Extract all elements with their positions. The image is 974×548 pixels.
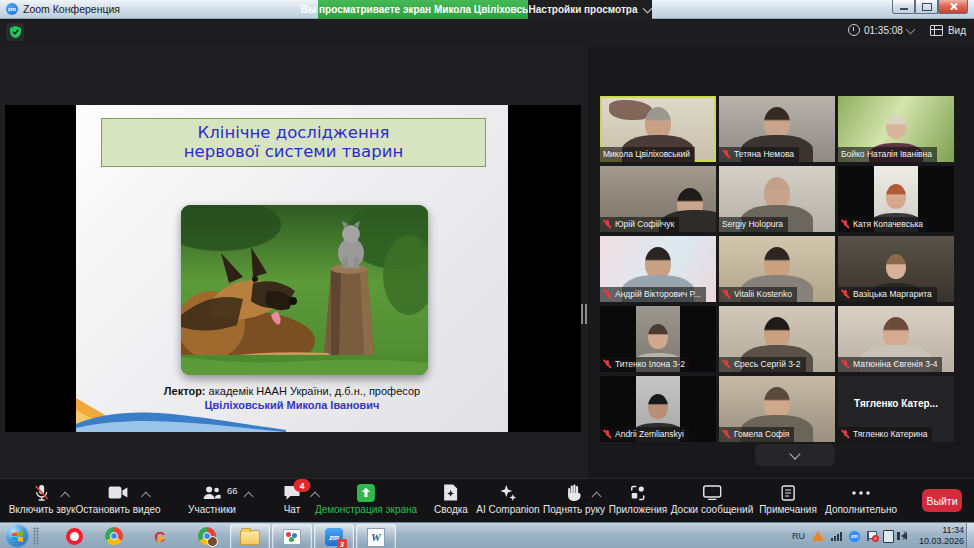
participant-nametag: Єресь Сергій 3-2: [719, 357, 806, 372]
participant-tile[interactable]: Гомела Софія: [719, 376, 835, 442]
participant-tile[interactable]: Єресь Сергій 3-2: [719, 306, 835, 372]
tray-alert-icon[interactable]: [812, 531, 824, 541]
participant-tile[interactable]: Катя Копачевська: [838, 166, 954, 232]
windows-logo-icon: [11, 530, 24, 543]
summary-button[interactable]: Сводка: [434, 483, 468, 515]
meeting-timer: 01:35:08: [848, 24, 914, 36]
participant-nametag: Микола Цвіліховський: [600, 147, 695, 162]
participant-tile[interactable]: Андрій Вікторович Р...: [600, 236, 716, 302]
chat-unread-badge: 4: [294, 479, 311, 492]
chevron-down-icon: [643, 3, 653, 13]
participant-nametag: Юрій Софійчук: [600, 217, 679, 232]
view-options-dropdown[interactable]: Настройки просмотра: [528, 0, 652, 19]
action-center-flag-icon[interactable]: x: [867, 531, 876, 541]
chat-button[interactable]: 4 Чат: [284, 483, 301, 515]
volume-icon[interactable]: [901, 532, 907, 540]
window-title: Zoom Конференция: [23, 3, 120, 15]
grid-view-icon: [930, 25, 943, 36]
taskbar-zoom-button[interactable]: zm3: [314, 524, 354, 548]
muted-mic-icon: [841, 359, 850, 369]
notes-icon: [781, 485, 795, 501]
share-screen-button[interactable]: Демонстрация экрана: [315, 483, 417, 515]
participant-name: Гомела Софія: [734, 429, 789, 439]
muted-mic-icon: [841, 289, 850, 299]
participant-tile[interactable]: Микола Цвіліховський: [600, 96, 716, 162]
participant-tile[interactable]: Титенко Ілона 3-2: [600, 306, 716, 372]
start-button[interactable]: [5, 524, 29, 548]
minimize-button[interactable]: [892, 0, 915, 14]
slide-footer-decoration: [76, 390, 286, 432]
whiteboards-button[interactable]: Доски сообщений: [671, 483, 754, 515]
network-signal-icon[interactable]: [831, 532, 842, 541]
participant-tile[interactable]: Вазіцька Маргарита: [838, 236, 954, 302]
participant-tile[interactable]: Тетяна Немова: [719, 96, 835, 162]
language-indicator[interactable]: RU: [792, 531, 805, 541]
taskbar-explorer-button[interactable]: [230, 524, 270, 548]
apps-button[interactable]: Приложения: [609, 483, 668, 515]
panel-resize-handle[interactable]: [581, 304, 588, 324]
leave-meeting-button[interactable]: Выйти: [922, 489, 962, 512]
raise-hand-icon: [567, 484, 581, 501]
mic-options-chevron[interactable]: [61, 492, 71, 502]
participants-label: Участники: [188, 504, 236, 515]
participants-count: 66: [227, 485, 238, 496]
participants-button[interactable]: 66 Участники: [188, 483, 236, 515]
participant-name: Sergiy Holopura: [722, 219, 783, 229]
meeting-timer-value: 01:35:08: [864, 25, 903, 36]
more-button[interactable]: Дополнительно: [825, 483, 897, 515]
whiteboards-label: Доски сообщений: [671, 504, 754, 515]
participant-tile[interactable]: Тягленко Катер... Тягленко Катерина: [838, 376, 954, 442]
participant-nametag: Андрій Вікторович Р...: [600, 287, 706, 302]
viewing-screen-banner: Вы просматриваете экран Микола Цвіліховс…: [318, 0, 528, 19]
taskbar-chrome-icon[interactable]: [104, 526, 124, 546]
tray-zoom-icon[interactable]: zm: [849, 531, 860, 542]
video-options-chevron[interactable]: [141, 492, 151, 502]
participant-tile[interactable]: Юрій Софійчук: [600, 166, 716, 232]
muted-mic-icon: [841, 429, 850, 439]
taskbar-ccleaner-icon[interactable]: C: [150, 526, 170, 546]
windows-taskbar: C zm3 W RU zm x 11:34 10.03.2026: [0, 522, 974, 548]
muted-mic-icon: [603, 359, 612, 369]
participants-options-chevron[interactable]: [244, 492, 254, 502]
window-titlebar: zm Zoom Конференция Вы просматриваете эк…: [0, 0, 974, 19]
muted-mic-icon: [722, 149, 731, 159]
stop-video-button[interactable]: Остановить видео: [75, 483, 160, 515]
raise-hand-button[interactable]: Поднять руку: [543, 483, 605, 515]
summary-icon: [443, 484, 458, 501]
clock-icon: [848, 24, 860, 36]
ai-companion-icon: [499, 484, 517, 502]
meeting-security-button[interactable]: [6, 23, 24, 41]
taskbar-clock[interactable]: 11:34 10.03.2026: [919, 525, 964, 548]
participants-icon: [203, 486, 221, 500]
stop-video-label: Остановить видео: [75, 504, 160, 515]
taskbar-paint-button[interactable]: [272, 524, 312, 548]
taskbar-chrome-profile-icon[interactable]: [197, 526, 217, 546]
participant-tile[interactable]: Матюніна Євгенія 3-4: [838, 306, 954, 372]
gallery-next-page-button[interactable]: [755, 444, 835, 466]
participant-name: Титенко Ілона 3-2: [615, 359, 685, 369]
participant-nametag: Матюніна Євгенія 3-4: [838, 357, 942, 372]
close-button[interactable]: [938, 0, 968, 14]
reactions-chevron[interactable]: [592, 492, 602, 502]
participant-tile[interactable]: Vitalii Kostenko: [719, 236, 835, 302]
more-dots-icon: [852, 491, 870, 495]
notes-label: Примечания: [759, 504, 817, 515]
taskbar-word-button[interactable]: W: [356, 524, 396, 548]
participant-tile[interactable]: Бойко Наталія Іванівна: [838, 96, 954, 162]
meeting-header-right: 01:35:08 Вид: [848, 24, 966, 36]
ai-companion-button[interactable]: AI Companion: [476, 483, 539, 515]
participant-tile[interactable]: Sergiy Holopura: [719, 166, 835, 232]
tray-clipboard-icon[interactable]: [883, 530, 894, 543]
meeting-toolbar: Включить звук Остановить видео 66 Участн…: [0, 478, 974, 523]
chevron-down-icon[interactable]: [905, 25, 915, 35]
taskbar-opera-icon[interactable]: [64, 526, 84, 546]
view-layout-button[interactable]: Вид: [930, 25, 966, 36]
show-desktop-button[interactable]: [966, 523, 974, 548]
notes-button[interactable]: Примечания: [759, 483, 817, 515]
unmute-button[interactable]: Включить звук: [9, 483, 76, 515]
participant-tile[interactable]: Andrii Zemlianskyi: [600, 376, 716, 442]
apps-icon: [630, 485, 646, 501]
zoom-app-icon: zm: [6, 3, 18, 15]
participant-name: Микола Цвіліховський: [603, 149, 690, 159]
maximize-button[interactable]: [915, 0, 938, 14]
